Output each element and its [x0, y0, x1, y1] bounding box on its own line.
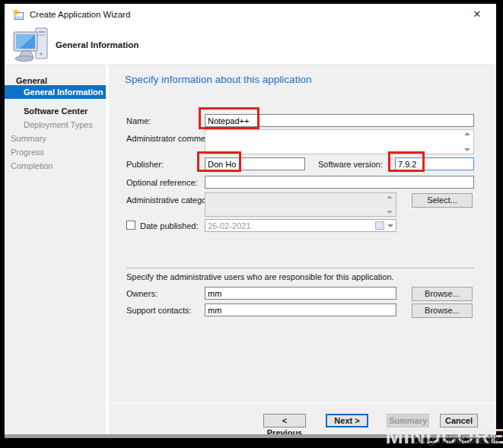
sidebar-item-summary[interactable]: Summary	[11, 132, 46, 145]
previous-button[interactable]: < Previous	[263, 414, 306, 427]
wizard-window-icon	[12, 9, 24, 21]
optional-reference-input[interactable]	[205, 176, 474, 189]
calendar-icon	[375, 221, 384, 230]
admin-users-note: Specify the administrative users who are…	[126, 272, 394, 281]
date-published-checkbox[interactable]	[126, 221, 135, 230]
wizard-steps-sidebar: General General Information Software Cen…	[5, 65, 106, 434]
name-label: Name:	[126, 116, 151, 126]
close-icon[interactable]: ✕	[470, 8, 484, 21]
publisher-input[interactable]	[205, 157, 305, 170]
title-bar: Create Application Wizard ✕	[5, 4, 496, 24]
textarea-scrollbar	[386, 195, 393, 214]
admin-comments-textarea[interactable]	[205, 129, 474, 154]
optional-reference-label: Optional reference:	[126, 178, 198, 187]
software-version-input[interactable]	[395, 157, 474, 170]
sidebar-item-software-center[interactable]: Software Center	[24, 104, 88, 118]
watermark-url: blog.mindcore.dk	[413, 433, 500, 446]
section-divider	[126, 268, 474, 268]
publisher-label: Publisher:	[126, 160, 164, 169]
support-contacts-label: Support contacts:	[126, 306, 192, 315]
form-heading: Specify information about this applicati…	[125, 74, 311, 85]
wizard-header: General Information	[5, 24, 496, 65]
general-information-form: Specify information about this applicati…	[109, 65, 496, 402]
create-application-wizard-window: Create Application Wizard ✕ General Info…	[5, 4, 496, 434]
name-input[interactable]	[205, 114, 474, 127]
sidebar-item-deployment-types[interactable]: Deployment Types	[24, 118, 93, 132]
owners-input[interactable]	[205, 287, 396, 300]
sidebar-item-progress[interactable]: Progress	[11, 145, 44, 159]
scroll-up-icon	[387, 195, 393, 199]
sidebar-item-label: General Information	[5, 85, 106, 99]
admin-categories-textarea	[205, 192, 396, 217]
window-title: Create Application Wizard	[30, 10, 130, 19]
browse-support-contacts-button[interactable]: Browse...	[412, 303, 473, 318]
sidebar-item-general-information[interactable]: General Information	[5, 85, 106, 99]
scroll-down-icon[interactable]	[464, 148, 470, 151]
software-version-label: Software version:	[318, 160, 383, 169]
date-published-input	[205, 219, 396, 232]
support-contacts-input[interactable]	[205, 303, 396, 316]
scroll-up-icon[interactable]	[464, 132, 470, 135]
textarea-scrollbar[interactable]	[463, 132, 471, 151]
next-button[interactable]: Next >	[326, 414, 368, 427]
scroll-down-icon	[387, 211, 393, 214]
browse-owners-button[interactable]: Browse...	[412, 287, 473, 301]
sidebar-item-completion[interactable]: Completion	[11, 159, 53, 173]
date-dropdown-icon	[387, 224, 393, 227]
page-title: General Information	[56, 40, 138, 49]
select-categories-button[interactable]: Select...	[412, 193, 473, 208]
date-published-label: Date published:	[140, 221, 198, 230]
owners-label: Owners:	[126, 289, 158, 298]
computer-icon	[12, 27, 52, 66]
